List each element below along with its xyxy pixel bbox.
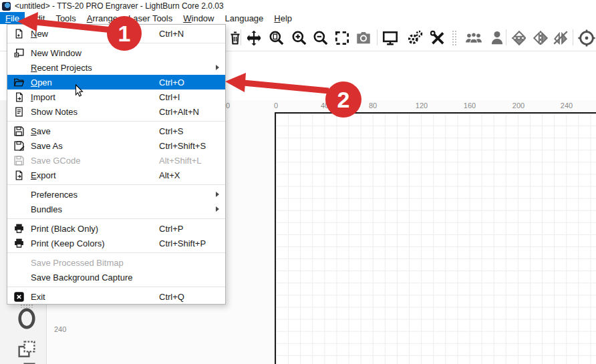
zoom-in-icon[interactable] [290,29,309,47]
menu-item-show-notes[interactable]: Show Notes Ctrl+Alt+N [7,104,225,119]
save-icon [13,125,31,137]
export-icon [13,169,31,181]
menu-item-export[interactable]: Export Alt+X [7,168,225,182]
camera-capture-icon[interactable] [354,29,373,47]
boolean-difference-icon[interactable] [15,359,39,364]
menubar-edit[interactable]: Edit [25,12,50,24]
menubar-help[interactable]: Help [269,12,297,24]
toolbar-drag-handle[interactable] [452,30,456,46]
printer-icon [13,222,31,234]
menu-separator [7,216,225,221]
menu-item-save[interactable]: Save Ctrl+S [7,124,225,138]
zoom-to-page-icon[interactable] [267,29,286,47]
frame-selection-icon[interactable] [333,29,351,47]
app-logo-icon [2,2,11,11]
menubar-arrange[interactable]: Arrange [82,12,123,24]
menu-separator [7,285,225,289]
menu-separator [7,119,225,124]
menu-separator [7,182,225,187]
pan-icon[interactable] [245,29,263,47]
menu-item-save-background-capture[interactable]: Save Background Capture [7,270,225,285]
h-ruler-tick: 0 [226,102,230,110]
toolbar-separator [506,29,506,45]
mouse-cursor [75,84,84,100]
user-icon[interactable] [488,29,506,47]
menu-separator [7,250,225,255]
window-title: <untitled> - TTS-20 PRO Engraver - Light… [15,1,224,11]
submenu-arrow-icon [216,206,219,212]
preview-window-icon[interactable] [381,29,400,47]
file-menu-dropdown: New Ctrl+N New Window Recent Projects Op… [7,24,226,305]
menu-item-bundles[interactable]: Bundles [7,202,225,216]
boolean-union-icon[interactable] [15,337,39,361]
save-as-icon [13,140,31,152]
zoom-out-icon[interactable] [311,29,330,47]
h-ruler-tick: 80 [369,102,377,110]
menubar-window[interactable]: Window [178,12,219,24]
new-window-icon [13,47,31,59]
menu-item-save-as[interactable]: Save As Ctrl+Shift+S [7,138,225,153]
menu-item-preferences[interactable]: Preferences [7,187,225,202]
device-settings-icon[interactable] [428,29,447,47]
title-bar: <untitled> - TTS-20 PRO Engraver - Light… [0,0,596,12]
menu-item-print-black-only[interactable]: Print (Black Only) Ctrl+P [7,221,225,236]
notes-icon [13,106,31,118]
delete-icon[interactable] [226,29,245,47]
multi-user-icon[interactable] [462,29,486,47]
menu-item-new[interactable]: New Ctrl+N [7,26,225,41]
new-file-icon [13,27,31,39]
submenu-arrow-icon [216,192,219,197]
menubar-language[interactable]: Language [219,12,269,24]
save-icon [13,154,31,166]
import-icon [13,91,31,103]
ellipse-tool-icon[interactable] [15,307,39,331]
toolbar-separator [241,29,241,45]
menu-item-open[interactable]: Open Ctrl+O [7,75,225,89]
menubar-tools[interactable]: Tools [50,12,81,24]
settings-gears-icon[interactable] [406,29,424,47]
h-ruler-tick: 40 [321,102,329,110]
flip-horizontal-icon[interactable] [531,29,550,47]
menu-item-print-keep-colors[interactable]: Print (Keep Colors) Ctrl+Shift+P [7,236,225,250]
h-ruler-tick: 200 [512,102,525,110]
flip-vertical-icon[interactable] [510,29,529,47]
menu-item-save-gcode: Save GCode Alt+Shift+L [7,153,225,168]
h-ruler-tick: 120 [416,102,428,110]
h-ruler-tick: 240 [561,102,573,110]
menu-separator [7,41,225,45]
menu-item-import[interactable]: Import Ctrl+I [7,89,225,104]
v-ruler-tick: 240 [54,325,66,333]
exit-icon [13,291,31,303]
focus-laser-icon[interactable] [577,29,596,47]
toolbar-separator [573,29,573,45]
menubar-laser-tools[interactable]: Laser Tools [123,12,178,24]
menu-item-recent-projects[interactable]: Recent Projects [7,60,225,75]
toolbar-separator [377,29,378,45]
mirror-icon[interactable] [551,29,570,47]
menubar-file[interactable]: File [0,12,25,24]
printer-icon [13,237,31,249]
menu-item-save-processed-bitmap: Save Processed Bitmap [7,255,225,270]
h-ruler-tick: 160 [464,102,476,110]
canvas-page[interactable] [275,112,596,364]
open-folder-icon [13,76,31,88]
menu-item-new-window[interactable]: New Window [7,45,225,60]
menu-item-exit[interactable]: Exit Ctrl+Q [7,289,225,304]
menu-bar: File Edit Tools Arrange Laser Tools Wind… [0,12,596,24]
h-ruler-tick: 0 [274,102,278,110]
submenu-arrow-icon [216,65,219,70]
